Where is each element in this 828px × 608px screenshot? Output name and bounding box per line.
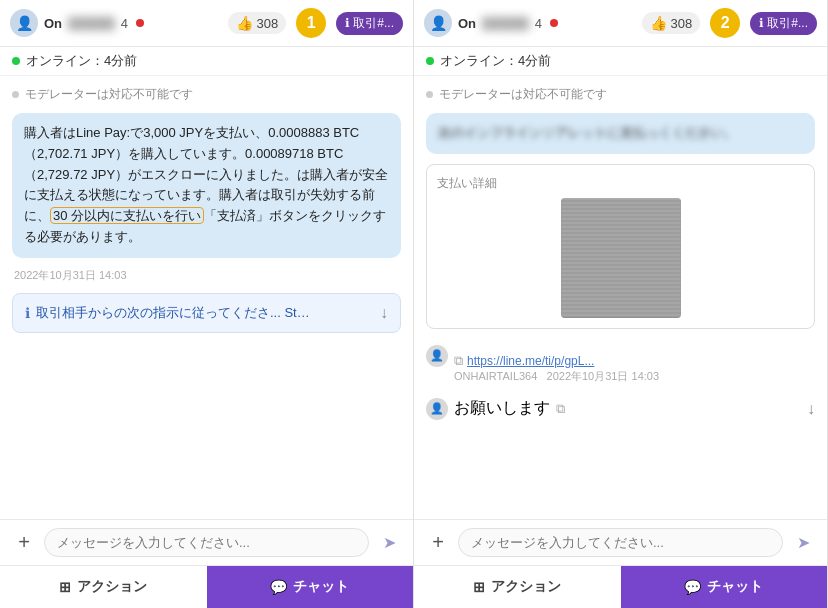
user-name-right: On [458,16,476,31]
qr-code [561,198,681,318]
bottom-bar-right: ⊞ アクション 💬 チャット [414,565,827,608]
info-btn-left[interactable]: ℹ 取引#... [336,12,403,35]
add-button-left[interactable]: + [10,529,38,557]
subheader-right: オンライン：4分前 [414,47,827,76]
action-icon-left: ⊞ [59,579,71,595]
info-label-right: 取引#... [767,15,808,32]
chat-icon-left: 💬 [270,579,287,595]
add-button-right[interactable]: + [424,529,452,557]
timestamp-left: 2022年10月31日 14:03 [12,268,401,283]
user-name-blurred-left: ██████ [68,17,115,29]
action-button-left[interactable]: ⊞ アクション [0,566,207,608]
online-dot-left [12,57,20,65]
action-icon-right: ⊞ [473,579,485,595]
link-url[interactable]: https://line.me/ti/p/gpL... [467,354,594,368]
action-label-left: アクション [77,578,147,596]
online-status-left: オンライン：4分前 [26,52,137,70]
like-badge-right: 👍 308 [642,12,701,34]
thumb-icon-right: 👍 [650,15,667,31]
instruction-row-left: ℹ 取引相手からの次の指示に従ってくださ... Step1：Add me as … [12,293,401,333]
count-right: 4 [535,16,542,31]
chat-label-left: チャット [293,578,349,596]
payment-detail-box: 支払い詳細 [426,164,815,329]
onegai-row: 👤 お願いします ⧉ ↓ [426,398,815,420]
instruction-icon-left: ℹ [25,305,30,321]
subheader-left: オンライン：4分前 [0,47,413,76]
qr-inner [561,198,681,318]
onegai-copy-icon[interactable]: ⧉ [556,401,565,417]
bottom-bar-left: ⊞ アクション 💬 チャット [0,565,413,608]
moderator-notice-left: モデレーターは対応不可能です [12,86,401,103]
online-dot-right [426,57,434,65]
circle-num-right: 2 [710,8,740,38]
message-input-left[interactable] [44,528,369,557]
avatar-right: 👤 [424,9,452,37]
panel-right: 👤 On ██████ 4 👍 308 2 ℹ 取引#... オンライン：4分前… [414,0,828,608]
link-username-text: ONHAIRTAIL364 [454,370,537,382]
moderator-notice-right: モデレーターは対応不可能です [426,86,815,103]
onegai-user-icon: 👤 [426,398,448,420]
link-user-row: 👤 ⧉ https://line.me/ti/p/gpL... ONHAIRTA… [426,345,815,384]
online-status-right: オンライン：4分前 [440,52,551,70]
link-content: ⧉ https://line.me/ti/p/gpL... ONHAIRTAIL… [454,345,815,384]
info-btn-right[interactable]: ℹ 取引#... [750,12,817,35]
status-dot-left [136,19,144,27]
avatar-left: 👤 [10,9,38,37]
top-bubble-right: 次のインフラインソアレットに支払っくください。 [426,113,815,154]
count-left: 4 [121,16,128,31]
mod-dot-right [426,91,433,98]
info-icon-right: ℹ [759,16,764,30]
like-count-left: 308 [257,16,279,31]
action-label-right: アクション [491,578,561,596]
status-dot-right [550,19,558,27]
bubble-highlight: 30 分以内に支払いを行い [50,207,204,224]
chat-icon-right: 💬 [684,579,701,595]
send-button-right[interactable]: ➤ [789,529,817,557]
payment-detail-label: 支払い詳細 [437,175,804,192]
header-left: 👤 On ██████ 4 👍 308 1 ℹ 取引#... [0,0,413,47]
moderator-text-left: モデレーターは対応不可能です [25,86,193,103]
panel-left: 👤 On ██████ 4 👍 308 1 ℹ 取引#... オンライン：4分前… [0,0,414,608]
like-badge-left: 👍 308 [228,12,287,34]
user-name-blurred-right: ██████ [482,17,529,29]
message-bubble-left: 購入者はLine Pay:で3,000 JPYを支払い、0.0008883 BT… [12,113,401,258]
mod-dot-left [12,91,19,98]
instruction-arrow-left[interactable]: ↓ [380,304,388,322]
link-username: ONHAIRTAIL364 2022年10月31日 14:03 [454,369,815,384]
blurred-text-right: 次のインフラインソアレットに支払っくください。 [438,125,737,140]
send-button-left[interactable]: ➤ [375,529,403,557]
chat-area-left: モデレーターは対応不可能です 購入者はLine Pay:で3,000 JPYを支… [0,76,413,519]
message-input-right[interactable] [458,528,783,557]
input-row-left: + ➤ [0,519,413,565]
user-name-left: On [44,16,62,31]
like-count-right: 308 [671,16,693,31]
copy-icon[interactable]: ⧉ [454,353,463,369]
onegai-arrow[interactable]: ↓ [807,400,815,418]
circle-num-left: 1 [296,8,326,38]
chat-label-right: チャット [707,578,763,596]
onegai-text: お願いします [454,398,550,419]
thumb-icon-left: 👍 [236,15,253,31]
instruction-text-left: 取引相手からの次の指示に従ってくださ... Step1：Add me as a … [36,304,316,322]
info-icon-left: ℹ [345,16,350,30]
info-label-left: 取引#... [353,15,394,32]
link-user-icon: 👤 [426,345,448,367]
header-right: 👤 On ██████ 4 👍 308 2 ℹ 取引#... [414,0,827,47]
chat-area-right: モデレーターは対応不可能です 次のインフラインソアレットに支払っくください。 支… [414,76,827,519]
link-row: ⧉ https://line.me/ti/p/gpL... [454,353,815,369]
link-timestamp: 2022年10月31日 14:03 [547,370,660,382]
chat-button-right[interactable]: 💬 チャット [621,566,828,608]
chat-button-left[interactable]: 💬 チャット [207,566,414,608]
moderator-text-right: モデレーターは対応不可能です [439,86,607,103]
action-button-right[interactable]: ⊞ アクション [414,566,621,608]
input-row-right: + ➤ [414,519,827,565]
